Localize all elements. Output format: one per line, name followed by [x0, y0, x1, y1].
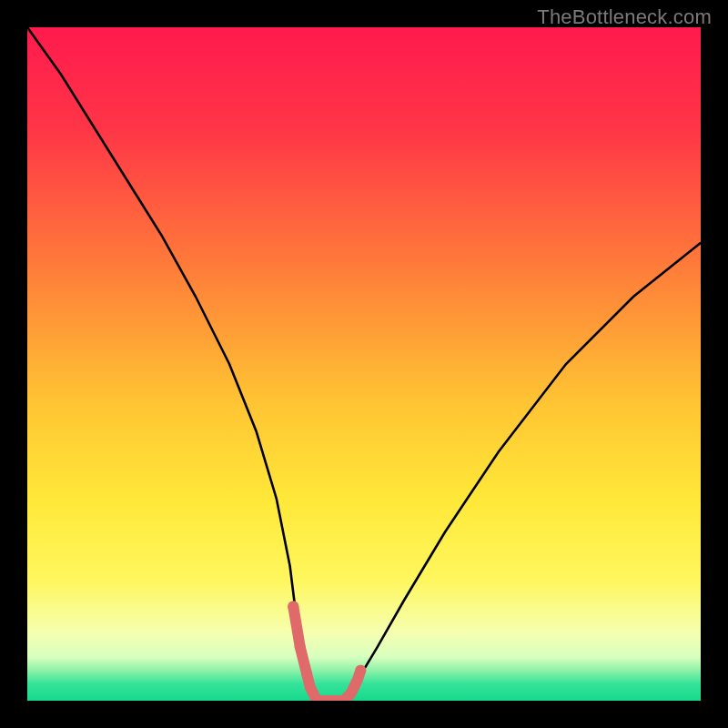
plot-area [27, 27, 701, 701]
watermark-text: TheBottleneck.com [537, 5, 712, 29]
trough-dot [349, 682, 359, 693]
chart-frame: TheBottleneck.com [0, 0, 728, 728]
trough-dot [288, 601, 298, 612]
curve-layer [27, 27, 701, 701]
bottleneck-curve [27, 27, 701, 701]
trough-dot [355, 665, 366, 676]
trough-dot [301, 668, 312, 679]
trough-dot [295, 642, 306, 652]
